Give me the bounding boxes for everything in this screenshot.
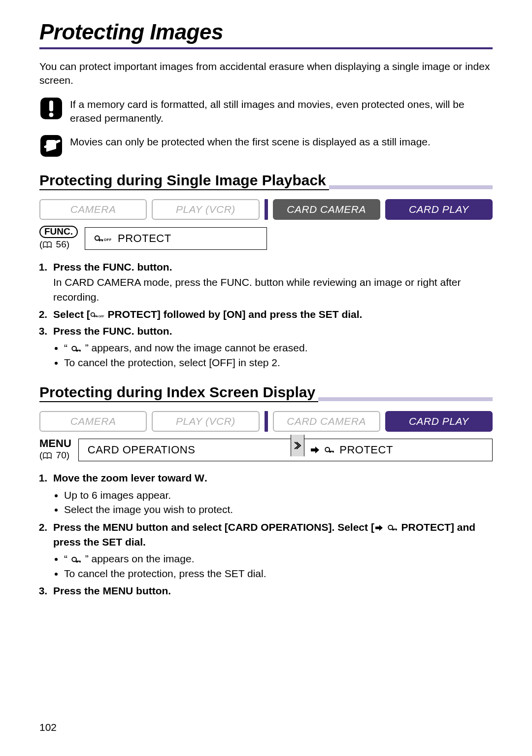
warning-icon: [39, 97, 63, 120]
section1-step1-title: Press the FUNC. button.: [53, 261, 172, 273]
section1-title: Protecting during Single Image Playback: [39, 172, 329, 190]
func-page-ref: ( 56): [39, 239, 69, 251]
menu-arrow-icon: [291, 435, 304, 456]
section1-step1: Press the FUNC. button. In CARD CAMERA m…: [50, 260, 493, 305]
warning-text: If a memory card is formatted, all still…: [70, 97, 493, 126]
section2-step2-b1: “ ” appears on the image.: [64, 551, 493, 566]
section2-modes: CAMERA PLAY (VCR) CARD CAMERA CARD PLAY: [39, 411, 493, 432]
solid-arrow-icon-inline: [374, 524, 384, 531]
section1-step3-b2: To cancel the protection, select [OFF] i…: [64, 355, 493, 370]
section2-rule: [318, 397, 493, 401]
section1-step1-body: In CARD CAMERA mode, press the FUNC. but…: [53, 275, 493, 305]
key-on-icon-inline-2: [387, 524, 399, 531]
menu-ref-num: 70: [56, 450, 66, 460]
mode-card-play-2: CARD PLAY: [385, 411, 493, 432]
mode-play-vcr: PLAY (VCR): [152, 199, 259, 220]
section1-steps: Press the FUNC. button. In CARD CAMERA m…: [39, 260, 493, 370]
section1-step3-title: Press the FUNC. button.: [53, 325, 172, 337]
warning-note: If a memory card is formatted, all still…: [39, 97, 493, 126]
mode-camera-2: CAMERA: [39, 411, 147, 432]
intro-paragraph: You can protect important images from ac…: [39, 60, 493, 88]
key-on-icon-inline-3: [70, 556, 82, 563]
section2-step1: Move the zoom lever toward W. Up to 6 im…: [50, 471, 493, 516]
section1-rule: [329, 185, 493, 189]
section2-heading: Protecting during Index Screen Display: [39, 383, 493, 402]
section2-step2: Press the MENU button and select [CARD O…: [50, 520, 493, 581]
section2-title: Protecting during Index Screen Display: [39, 383, 318, 402]
func-label-block: FUNC. ( 56): [39, 226, 78, 251]
menu-page-ref: ( 70): [39, 450, 69, 462]
section1-heading: Protecting during Single Image Playback: [39, 172, 493, 190]
mode-card-play: CARD PLAY: [385, 199, 493, 220]
func-ref-num: 56: [56, 239, 66, 249]
section2-step3: Press the MENU button.: [50, 584, 493, 598]
info-note: Movies can only be protected when the fi…: [39, 134, 493, 158]
page-number: 102: [39, 722, 57, 733]
section2-step1-bullets: Up to 6 images appear. Select the image …: [53, 488, 493, 517]
section2-steps: Move the zoom lever toward W. Up to 6 im…: [39, 471, 493, 598]
section1-setting-label: PROTECT: [118, 232, 171, 245]
mode-card-camera: CARD CAMERA: [273, 199, 380, 220]
solid-arrow-icon: [310, 446, 320, 454]
key-off-icon-inline: [90, 311, 105, 318]
mode-card-camera-2: CARD CAMERA: [273, 411, 380, 432]
section2-step2-b2: To cancel the protection, press the SET …: [64, 566, 493, 581]
menu-path-protect: PROTECT: [339, 444, 393, 456]
section2-step2-bullets: “ ” appears on the image. To cancel the …: [53, 551, 493, 581]
mode-camera: CAMERA: [39, 199, 147, 220]
page-title: Protecting Images: [39, 20, 493, 44]
mode-divider: [265, 199, 268, 220]
key-off-icon: [94, 235, 112, 242]
section1-setting-box: PROTECT: [85, 227, 267, 250]
key-on-icon: [324, 447, 335, 453]
menu-path-card-operations: CARD OPERATIONS: [79, 439, 291, 461]
section1-step3-bullets: “ ” appears, and now the image cannot be…: [53, 341, 493, 370]
func-pill: FUNC.: [39, 226, 78, 238]
title-rule: [39, 47, 493, 49]
section2-menu-path: CARD OPERATIONS PROTECT: [78, 439, 493, 461]
section1-func-row: FUNC. ( 56) PROTECT: [39, 226, 493, 251]
menu-label-block: MENU ( 70): [39, 438, 71, 462]
section1-step2: Select [ PROTECT] followed by [ON] and p…: [50, 307, 493, 322]
mode-play-vcr-2: PLAY (VCR): [152, 411, 259, 432]
section2-step1-title: Move the zoom lever toward W.: [53, 472, 207, 483]
section1-step2-title: Select [ PROTECT] followed by [ON] and p…: [53, 309, 362, 320]
section2-step1-b2: Select the image you wish to protect.: [64, 502, 493, 516]
section2-step3-title: Press the MENU button.: [53, 585, 171, 596]
section1-step3: Press the FUNC. button. “ ” appears, and…: [50, 324, 493, 370]
section1-step3-b1: “ ” appears, and now the image cannot be…: [64, 341, 493, 355]
mode-divider-2: [265, 411, 268, 432]
section2-menu-row: MENU ( 70) CARD OPERATIONS PROTECT: [39, 438, 493, 462]
section2-step1-b1: Up to 6 images appear.: [64, 488, 493, 502]
menu-label: MENU: [39, 438, 71, 449]
section1-modes: CAMERA PLAY (VCR) CARD CAMERA CARD PLAY: [39, 199, 493, 220]
key-on-icon-inline: [70, 345, 82, 352]
section2-step2-title: Press the MENU button and select [CARD O…: [53, 521, 475, 548]
note-icon: [39, 134, 63, 158]
info-text: Movies can only be protected when the fi…: [70, 134, 431, 149]
